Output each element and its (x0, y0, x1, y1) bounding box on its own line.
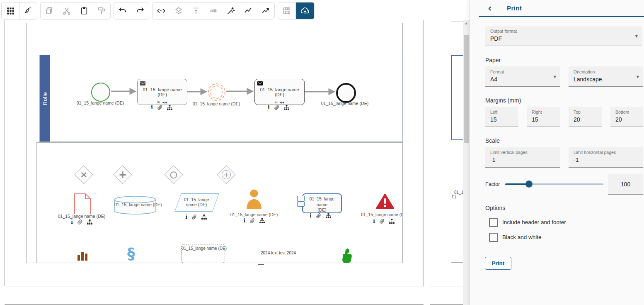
merge-up-icon (191, 6, 201, 15)
org-chart-icon[interactable] (326, 213, 331, 218)
end-event[interactable] (336, 83, 356, 103)
start-event-label: 01_15_lange name (DE) (67, 100, 133, 105)
bar-chart-shape[interactable] (77, 250, 88, 261)
paperclip-icon[interactable] (274, 105, 279, 110)
paperclip-icon[interactable] (192, 215, 197, 220)
org-chart-icon[interactable] (167, 105, 172, 110)
undo-button[interactable] (114, 2, 131, 19)
dashed-group-shape[interactable]: 01_15_lange name (DE) (181, 244, 225, 263)
paperclip-icon[interactable] (380, 219, 385, 224)
factor-value-input[interactable]: 100 (608, 174, 643, 195)
margins-heading: Margins (mm) (485, 97, 521, 104)
options-heading: Options (485, 205, 505, 211)
end-event-label: 01_15_lange name (DE) (312, 101, 378, 106)
freehand-pen-button[interactable] (19, 2, 37, 19)
subprocess-shape[interactable]: 01_15_lange name (DE) (302, 193, 342, 213)
copy-icon (45, 6, 54, 15)
redo-icon (136, 6, 145, 15)
message-icon (140, 81, 145, 85)
org-chart-icon[interactable] (87, 220, 92, 224)
black-and-white-checkbox[interactable] (489, 233, 498, 242)
paper-orientation-select[interactable]: Orientation Landscape ▼ (569, 66, 643, 87)
scrollbar-thumb[interactable] (464, 35, 469, 143)
magic-wand-icon (226, 6, 235, 15)
margin-left-input[interactable]: Left 15 (485, 107, 518, 127)
start-event[interactable] (91, 83, 110, 102)
intermediate-event[interactable] (208, 83, 225, 101)
rewind-marker-icon: ◀◀ (162, 101, 167, 104)
align-merge-button[interactable] (187, 2, 205, 19)
warning-attachment-icons[interactable]: i (368, 219, 399, 224)
org-chart-icon[interactable] (389, 219, 395, 224)
paper-heading: Paper (485, 57, 501, 63)
paragraph-shape[interactable]: § (127, 246, 135, 261)
format-painter-button[interactable] (93, 2, 110, 19)
task-2[interactable]: 01_15_lange name (DE) ⊞ ◀◀ (254, 79, 305, 105)
cloud-upload-button[interactable] (295, 2, 314, 19)
edit-attributes-button[interactable] (153, 2, 170, 19)
paperclip-icon[interactable] (157, 105, 162, 110)
info-icon: i (185, 215, 187, 220)
subprocess-attachment-icons[interactable]: i (305, 213, 336, 218)
grid-icon (6, 7, 15, 15)
output-format-select[interactable]: Output format PDF ▼ (485, 26, 642, 46)
task-1-attachment-icons[interactable]: i (146, 105, 177, 110)
warning-shape[interactable] (375, 193, 395, 210)
trend-arrow-icon (261, 6, 270, 15)
trend-edge-button[interactable] (257, 2, 274, 19)
copy-button[interactable] (41, 2, 58, 19)
expand-marker-icon: ⊞ (274, 100, 278, 104)
task-2-attachment-icons[interactable]: i (263, 105, 294, 110)
person-shape[interactable] (246, 189, 262, 209)
print-button[interactable]: Print (485, 257, 511, 270)
paperclip-icon[interactable] (316, 213, 321, 218)
margin-top-input[interactable]: Top 20 (569, 107, 602, 127)
paste-button[interactable] (75, 2, 93, 19)
polyline-edge-button[interactable] (240, 2, 257, 19)
info-icon: i (268, 105, 270, 110)
layers-icon (174, 6, 183, 15)
back-button[interactable]: ‹ (484, 2, 496, 15)
canvas-vertical-scrollbar[interactable]: ▲ (463, 20, 470, 305)
org-chart-icon[interactable] (259, 218, 265, 223)
margin-right-input[interactable]: Right 15 (527, 107, 560, 127)
margin-bottom-input[interactable]: Bottom 20 (610, 107, 643, 127)
factor-label: Factor (485, 181, 500, 187)
hand-pointer-shape[interactable] (340, 247, 353, 263)
task-2-text: 01_15_lange name (DE) (257, 87, 303, 97)
org-chart-icon[interactable] (201, 215, 207, 220)
dashed-group-text: 01_15_lange name (DE) (182, 246, 225, 251)
inclusive-ring (170, 171, 177, 178)
toolbar-group-history (114, 2, 149, 20)
node-size-button[interactable] (205, 2, 222, 19)
limit-horizontal-pages-input[interactable]: Limit horizontal pages -1 (569, 147, 643, 168)
factor-slider-thumb[interactable] (525, 181, 533, 188)
process-editor-app: Rolle 01_15_lange name (DE) 01_15_lange … (0, 0, 644, 305)
layers-button[interactable] (170, 2, 187, 19)
document-attachment-icons[interactable]: i (66, 220, 97, 224)
info-icon: i (373, 219, 375, 224)
grid-tool-button[interactable] (2, 2, 19, 19)
person-attachment-icons[interactable]: i (238, 218, 270, 223)
paperclip-icon[interactable] (77, 220, 82, 224)
parallelogram-attachment-icons[interactable]: i (180, 215, 212, 220)
paper-format-select[interactable]: Format A4 ▼ (485, 66, 560, 87)
save-button[interactable] (278, 2, 295, 19)
task-1-text: 01_15_lange name (DE) (139, 87, 185, 97)
task-1[interactable]: 01_15_lange name (DE) ⊞ ◀◀ (137, 79, 187, 105)
clipboard-icon (80, 6, 89, 15)
dropdown-arrow-icon: ▼ (637, 75, 639, 79)
limit-vertical-pages-input[interactable]: Limit vertical pages -1 (485, 147, 560, 168)
cloud-upload-icon (300, 6, 310, 16)
auto-layout-button[interactable] (222, 2, 240, 19)
org-chart-icon[interactable] (284, 105, 289, 110)
include-header-footer-checkbox[interactable] (489, 218, 498, 227)
code-icon (157, 6, 166, 15)
scroll-up-icon[interactable]: ▲ (463, 22, 470, 25)
document-shape[interactable] (74, 193, 91, 214)
cut-button[interactable] (58, 2, 75, 19)
paperclip-icon[interactable] (250, 218, 255, 223)
main-toolbar (1, 2, 315, 20)
message-icon (257, 81, 263, 85)
redo-button[interactable] (131, 2, 149, 19)
